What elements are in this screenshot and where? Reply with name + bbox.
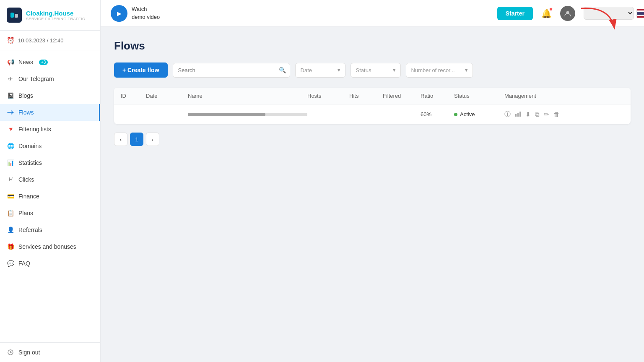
nav-label-telegram: Our Telegram <box>18 76 54 82</box>
signout-label: Sign out <box>18 349 40 356</box>
demo-text: Watch demo video <box>132 5 160 21</box>
col-status: Status <box>454 93 504 99</box>
sidebar-item-services-bonuses[interactable]: 🎁 Services and bonuses <box>0 238 100 255</box>
col-id: ID <box>121 93 146 99</box>
cell-management: ⓘ ⬇ ⧉ ✏ 🗑 <box>504 110 624 118</box>
sidebar-item-blogs[interactable]: 📓 Blogs <box>0 87 100 104</box>
status-dot-active <box>454 113 457 116</box>
svg-rect-1 <box>15 14 18 18</box>
sidebar-item-faq[interactable]: 💬 FAQ <box>0 255 100 272</box>
nav-label-filtering: Filtering lists <box>18 126 51 133</box>
col-ratio: Ratio <box>421 93 454 99</box>
sidebar: Cloaking.House Service Filtering Traffic… <box>0 0 101 362</box>
blogs-icon: 📓 <box>7 92 14 99</box>
prev-page-btn[interactable]: ‹ <box>114 133 127 146</box>
create-flow-button[interactable]: + Create flow <box>114 63 168 78</box>
signout-item[interactable]: Sign out <box>0 342 100 362</box>
action-icons-group: ⓘ ⬇ ⧉ ✏ 🗑 <box>504 110 624 118</box>
sidebar-item-filtering-lists[interactable]: 🔻 Filtering lists <box>0 121 100 138</box>
nav-label-domains: Domains <box>18 143 42 149</box>
user-select[interactable] <box>584 7 634 20</box>
col-date: Date <box>146 93 188 99</box>
nav-label-blogs: Blogs <box>18 92 33 99</box>
delete-icon[interactable]: 🗑 <box>553 111 560 118</box>
sidebar-item-flows[interactable]: Flows <box>0 104 100 121</box>
flows-icon <box>7 109 14 116</box>
logo-subtitle: Service Filtering Traffic <box>26 17 85 21</box>
logo-area: Cloaking.House Service Filtering Traffic <box>0 0 100 31</box>
info-icon[interactable]: ⓘ <box>504 110 511 118</box>
search-input[interactable] <box>173 63 290 78</box>
header: ▶ Watch demo video Starter 🔔 <box>101 0 644 27</box>
chart-icon[interactable] <box>515 111 521 118</box>
col-management: Management <box>504 93 624 99</box>
main-wrap: ▶ Watch demo video Starter 🔔 <box>101 0 644 362</box>
table-row: 60% Active ⓘ <box>114 104 631 124</box>
page-title: Flows <box>114 39 631 52</box>
copy-icon[interactable]: ⧉ <box>535 111 540 118</box>
starter-button[interactable]: Starter <box>497 7 533 20</box>
telegram-icon: ✈ <box>7 75 14 83</box>
logo-name: Cloaking.House <box>26 10 85 17</box>
logo-icon <box>7 8 22 23</box>
nav-label-finance: Finance <box>18 193 39 200</box>
nav-label-flows: Flows <box>18 109 34 116</box>
records-chevron-icon: ▼ <box>464 68 469 73</box>
statistics-icon: 📊 <box>7 159 14 167</box>
flows-table: ID Date Name Hosts Hits Filtered Ratio S… <box>114 88 631 124</box>
nav-label-services: Services and bonuses <box>18 243 76 250</box>
nav-label-plans: Plans <box>18 210 33 216</box>
sidebar-item-clicks[interactable]: Clicks <box>0 171 100 188</box>
notifications-bell[interactable]: 🔔 <box>541 8 552 18</box>
play-icon: ▶ <box>111 5 127 22</box>
col-hits: Hits <box>349 93 383 99</box>
flag-us[interactable] <box>636 9 644 18</box>
sidebar-item-finance[interactable]: 💳 Finance <box>0 188 100 205</box>
bell-dot <box>549 8 553 11</box>
search-wrap: 🔍 <box>173 63 290 78</box>
svg-rect-6 <box>517 113 519 117</box>
sidebar-item-statistics[interactable]: 📊 Statistics <box>0 154 100 171</box>
svg-rect-0 <box>10 13 14 18</box>
next-page-btn[interactable]: › <box>146 133 159 146</box>
status-label: Active <box>460 111 475 117</box>
page-1-btn[interactable]: 1 <box>130 133 143 146</box>
sidebar-item-referrals[interactable]: 👤 Referrals <box>0 221 100 238</box>
nav-label-referrals: Referrals <box>18 227 42 233</box>
nav-label-statistics: Statistics <box>18 159 42 166</box>
col-name: Name <box>188 93 307 99</box>
date-chevron-icon: ▼ <box>337 68 341 73</box>
pagination: ‹ 1 › <box>114 133 631 146</box>
news-badge: +3 <box>39 60 48 65</box>
nav-label-faq: FAQ <box>18 260 30 267</box>
domains-icon: 🌐 <box>7 142 14 150</box>
user-avatar[interactable] <box>560 6 575 21</box>
news-icon: 📢 <box>7 58 14 66</box>
sidebar-item-news[interactable]: 📢 News +3 <box>0 54 100 70</box>
search-icon: 🔍 <box>279 67 286 73</box>
sidebar-item-domains[interactable]: 🌐 Domains <box>0 138 100 154</box>
svg-rect-5 <box>515 114 517 117</box>
records-filter-wrap: Number of recor... ▼ <box>406 63 473 78</box>
edit-icon[interactable]: ✏ <box>544 111 549 118</box>
status-filter-wrap: Status ▼ <box>351 63 401 78</box>
col-hosts: Hosts <box>307 93 349 99</box>
date-filter-wrap: Date ▼ <box>295 63 345 78</box>
svg-rect-7 <box>519 112 521 117</box>
signout-icon <box>7 349 14 356</box>
cell-ratio: 60% <box>421 111 454 117</box>
download-icon[interactable]: ⬇ <box>525 111 531 118</box>
sidebar-item-telegram[interactable]: ✈ Our Telegram <box>0 70 100 87</box>
demo-video-btn[interactable]: ▶ Watch demo video <box>111 5 160 22</box>
plans-icon: 📋 <box>7 209 14 217</box>
toolbar: + Create flow 🔍 Date ▼ Status ▼ Number <box>114 63 631 78</box>
clicks-icon <box>7 176 14 183</box>
table-header: ID Date Name Hosts Hits Filtered Ratio S… <box>114 88 631 104</box>
referrals-icon: 👤 <box>7 226 14 234</box>
cell-status: Active <box>454 111 504 117</box>
sidebar-item-plans[interactable]: 📋 Plans <box>0 205 100 221</box>
status-chevron-icon: ▼ <box>392 68 397 73</box>
records-filter[interactable]: Number of recor... <box>406 63 473 78</box>
filtering-icon: 🔻 <box>7 125 14 133</box>
sidebar-time: ⏰ 10.03.2023 / 12:40 <box>0 31 100 50</box>
